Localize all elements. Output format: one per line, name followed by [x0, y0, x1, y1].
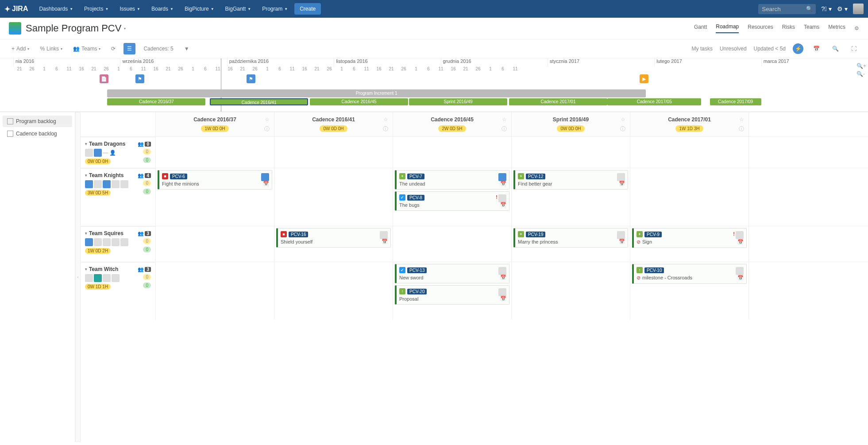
marker-doc-icon[interactable]: 📄	[100, 74, 108, 83]
issue-card[interactable]: + PCV-7 The undead 📅	[395, 170, 509, 190]
assignee-avatar[interactable]	[617, 231, 625, 239]
issue-card[interactable]: + PCV-9 ⊘Sign ! 📅	[632, 228, 747, 248]
add-button[interactable]: +Add▾	[9, 44, 32, 54]
fullscreen-icon[interactable]: ⛶	[849, 44, 859, 54]
info-icon[interactable]: ⓘ	[383, 125, 388, 133]
assignee-avatar[interactable]	[498, 288, 506, 296]
teams-button[interactable]: 👥Teams▾	[70, 44, 103, 54]
header-tabs: Gantt Roadmap Resources Risks Teams Metr…	[694, 23, 859, 33]
issue-key: PCV-8	[407, 195, 424, 201]
issue-key: PCV-7	[407, 174, 424, 179]
program-title[interactable]: Sample Program PCV▾	[26, 23, 126, 34]
cadence-bar[interactable]: Cadence 2017/01	[509, 98, 607, 105]
issue-key: PCV-20	[407, 289, 427, 294]
filter-icon[interactable]: ▼	[181, 44, 192, 54]
column-title: Cadence 2016/37	[160, 116, 270, 123]
cadence-bar[interactable]: Cadence 2017/05	[607, 98, 701, 105]
filter-updated[interactable]: Updated < 5d	[754, 46, 786, 52]
cadence-bar[interactable]: Sprint 2016/49	[409, 98, 507, 105]
star-icon[interactable]: ☆	[265, 116, 270, 123]
nav-boards[interactable]: Boards▼	[147, 3, 178, 15]
people-icon: 👥	[138, 267, 144, 272]
issue-card[interactable]: + PCV-12 Find better gear 📅	[513, 170, 628, 190]
user-avatar[interactable]	[853, 4, 864, 14]
info-icon[interactable]: ⓘ	[620, 125, 625, 133]
assignee-avatar[interactable]	[498, 267, 506, 275]
view-settings-icon[interactable]: ⚙	[854, 25, 859, 31]
refresh-icon[interactable]: ⟳	[108, 44, 118, 54]
nav-dashboards[interactable]: Dashboards▼	[35, 3, 77, 15]
tab-risks[interactable]: Risks	[782, 24, 795, 33]
issue-card[interactable]: ✓ PCV-8 The bugs ! 📅	[395, 191, 509, 211]
cadence-bar[interactable]: Cadence 2017/09	[710, 98, 761, 105]
chevron-down-icon[interactable]: ▾	[85, 231, 87, 236]
timeline-day: 1	[38, 66, 50, 74]
issue-card[interactable]: ✓ PCV-13 New sword 📅	[395, 264, 509, 283]
search-toolbar-icon[interactable]: 🔍	[829, 44, 841, 54]
tab-resources[interactable]: Resources	[748, 24, 773, 33]
tab-teams[interactable]: Teams	[804, 24, 819, 33]
chevron-down-icon[interactable]: ▾	[85, 267, 87, 271]
timeline-day: 21	[13, 66, 26, 74]
star-icon[interactable]: ☆	[739, 116, 744, 123]
tab-metrics[interactable]: Metrics	[828, 24, 845, 33]
issue-card[interactable]: ↑ PCV-10 ⊘milestone - Crossroads 📅	[632, 264, 747, 284]
nav-projects[interactable]: Projects▼	[80, 3, 113, 15]
tab-roadmap[interactable]: Roadmap	[716, 23, 739, 33]
star-icon[interactable]: ☆	[383, 116, 388, 123]
timeline-day: 16	[224, 66, 236, 74]
filter-mytasks[interactable]: My tasks	[692, 46, 713, 52]
tab-gantt[interactable]: Gantt	[694, 24, 707, 33]
zoom-out-icon[interactable]: 🔍-	[856, 71, 866, 77]
star-icon[interactable]: ☆	[621, 116, 625, 123]
issue-card[interactable]: ■ PCV-16 Shield yourself 📅	[276, 228, 391, 248]
roadmap-board: Program backlog Cadence backlog ‹ ☆ Cade…	[0, 112, 868, 442]
calendar-icon[interactable]: 📅	[810, 44, 822, 54]
search-input[interactable]	[762, 6, 806, 12]
timeline-day: 6	[50, 66, 63, 74]
assignee-avatar[interactable]	[736, 231, 744, 239]
issue-card[interactable]: ■ PCV-6 Fight the minions 📅	[158, 170, 272, 190]
chevron-down-icon[interactable]: ▾	[85, 173, 87, 178]
nav-bigpicture[interactable]: BigPicture▼	[180, 3, 219, 15]
zoom-in-icon[interactable]: 🔍+	[856, 63, 866, 69]
info-icon[interactable]: ⓘ	[739, 125, 744, 133]
layout-toggle[interactable]: ☰	[123, 43, 135, 54]
cadence-bar[interactable]: Cadence 2016/45	[310, 98, 408, 105]
marker-flag-icon[interactable]: ⚑	[135, 74, 144, 83]
program-backlog-button[interactable]: Program backlog	[3, 116, 72, 127]
bolt-button[interactable]: ⚡	[793, 43, 803, 54]
jira-logo[interactable]: ✦ JIRA	[4, 5, 28, 13]
cadence-backlog-button[interactable]: Cadence backlog	[3, 128, 72, 139]
issue-card[interactable]: + PCV-19 Marry the princess 📅	[513, 228, 628, 248]
cadence-bar[interactable]: Cadence 2016/37	[107, 98, 205, 105]
sidebar-collapse-handle[interactable]: ‹	[75, 112, 81, 442]
timeline-day: 6	[199, 66, 212, 74]
marker-play-icon[interactable]: ▶	[640, 74, 648, 83]
info-icon[interactable]: ⓘ	[264, 125, 270, 133]
links-button[interactable]: %Links▾	[37, 44, 65, 54]
search-box[interactable]: 🔍	[758, 4, 816, 14]
nav-program[interactable]: Program▼	[258, 3, 292, 15]
filter-unresolved[interactable]: Unresolved	[720, 46, 747, 52]
assignee-avatar[interactable]	[498, 194, 506, 202]
issue-card[interactable]: ↑ PCV-20 Proposal 📅	[395, 285, 509, 305]
assignee-avatar[interactable]	[617, 173, 625, 181]
cadence-bar[interactable]: Cadence 2016/41	[210, 98, 308, 105]
assignee-avatar[interactable]	[380, 231, 388, 239]
settings-icon[interactable]: ⚙ ▾	[837, 5, 848, 12]
marker-flag2-icon[interactable]: ⚑	[247, 74, 255, 83]
assignee-avatar[interactable]	[261, 173, 269, 181]
info-icon[interactable]: ⓘ	[502, 125, 507, 133]
help-icon[interactable]: ?⃝ ▾	[821, 5, 832, 12]
nav-issues[interactable]: Issues▼	[115, 3, 145, 15]
chevron-down-icon[interactable]: ▾	[85, 142, 87, 146]
calendar-icon: 📅	[500, 181, 506, 186]
assignee-avatar[interactable]	[498, 173, 506, 181]
program-increment-bar[interactable]: Program Increment 1	[107, 89, 646, 97]
star-icon[interactable]: ☆	[502, 116, 507, 123]
timeline-month: września 2016	[120, 58, 227, 66]
create-button[interactable]: Create	[294, 3, 321, 15]
nav-biggantt[interactable]: BigGantt▼	[221, 3, 256, 15]
assignee-avatar[interactable]	[736, 267, 744, 275]
